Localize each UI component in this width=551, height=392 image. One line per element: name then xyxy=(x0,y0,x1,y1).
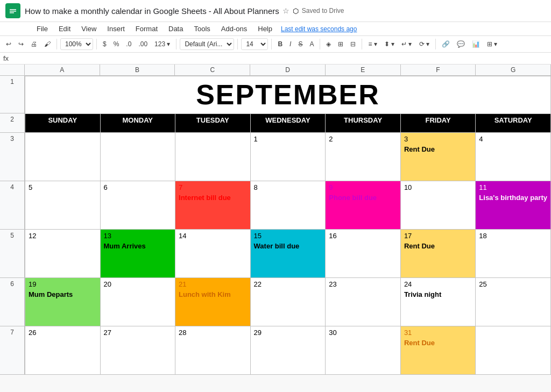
cell-blank-1[interactable] xyxy=(25,133,101,181)
paint-format-btn[interactable]: 🖌 xyxy=(41,39,53,49)
menu-file[interactable]: File xyxy=(32,23,52,34)
wrap-btn[interactable]: ↵ ▾ xyxy=(399,39,414,49)
menu-view[interactable]: View xyxy=(77,23,101,34)
row-num-1: 1 xyxy=(0,76,24,113)
valign-btn[interactable]: ⬍ ▾ xyxy=(382,39,397,49)
header-thursday: THURSDAY xyxy=(326,114,401,133)
fillcolor-btn[interactable]: ◈ xyxy=(323,39,334,49)
textcolor-btn[interactable]: A xyxy=(307,39,316,49)
cell-sept-10[interactable]: 10 xyxy=(400,181,475,230)
fontsize-select[interactable]: 14 xyxy=(241,38,268,50)
cell-sept-8[interactable]: 8 xyxy=(250,181,326,230)
menu-insert[interactable]: Insert xyxy=(103,23,129,34)
cell-sept-1[interactable]: 1 xyxy=(250,133,326,181)
col-header-a[interactable]: A xyxy=(25,65,100,75)
menu-tools[interactable]: Tools xyxy=(189,23,214,34)
row-num-2: 2 xyxy=(0,113,24,133)
cell-sept-29[interactable]: 29 xyxy=(250,326,326,375)
cell-sept-30[interactable]: 30 xyxy=(326,326,401,375)
cell-sept-17[interactable]: 17 Rent Due xyxy=(400,230,475,278)
col-header-e[interactable]: E xyxy=(326,65,401,75)
zoom-select[interactable]: 100% xyxy=(60,38,93,50)
cell-sept-12[interactable]: 12 xyxy=(25,230,101,278)
redo-btn[interactable]: ↪ xyxy=(16,39,26,49)
cell-sept-6[interactable]: 6 xyxy=(100,181,175,230)
format123-btn[interactable]: 123 ▾ xyxy=(152,39,173,49)
col-header-b[interactable]: B xyxy=(100,65,175,75)
toolbar: ↩ ↪ 🖨 🖌 100% $ % .0 .00 123 ▾ Default (A… xyxy=(0,36,551,53)
cell-sept-4[interactable]: 4 xyxy=(476,133,551,181)
col-header-d[interactable]: D xyxy=(250,65,326,75)
row-num-7: 7 xyxy=(0,326,24,375)
cell-sept-14[interactable]: 14 xyxy=(175,230,251,278)
cell-sept-15[interactable]: 15 Water bill due xyxy=(250,230,326,278)
cell-sept-5[interactable]: 5 xyxy=(25,181,101,230)
doc-title: How to make a monthly calendar in Google… xyxy=(25,6,279,16)
comment-btn[interactable]: 💬 xyxy=(454,39,468,49)
event-rent-due-3: Rent Due xyxy=(404,339,472,347)
print-btn[interactable]: 🖨 xyxy=(28,39,40,49)
row-num-5: 5 xyxy=(0,230,24,278)
font-select[interactable]: Default (Ari... xyxy=(180,38,234,50)
col-header-f[interactable]: F xyxy=(401,65,476,75)
menu-data[interactable]: Data xyxy=(164,23,187,34)
bold-btn[interactable]: B xyxy=(275,39,285,49)
event-lisa-birthday: Lisa's birthday party xyxy=(479,194,547,202)
day-26-num: 26 xyxy=(29,329,97,337)
cell-sept-9[interactable]: 9 Phone bill due xyxy=(326,181,401,230)
menu-format[interactable]: Format xyxy=(131,23,162,34)
last-edit-text[interactable]: Last edit was seconds ago xyxy=(281,25,357,33)
filter-btn[interactable]: ⊞ ▾ xyxy=(484,39,500,49)
cell-sept-16[interactable]: 16 xyxy=(326,230,401,278)
cell-sept-3[interactable]: 3 Rent Due xyxy=(400,133,475,181)
cell-sept-13[interactable]: 13 Mum Arrives xyxy=(100,230,175,278)
undo-btn[interactable]: ↩ xyxy=(3,39,14,49)
borders-btn[interactable]: ⊞ xyxy=(335,39,346,49)
cell-sept-28[interactable]: 28 xyxy=(175,326,251,375)
cell-sept-31[interactable]: 31 Rent Due xyxy=(400,326,475,375)
chart-btn[interactable]: 📊 xyxy=(469,39,483,49)
divider5 xyxy=(271,39,272,49)
rotate-btn[interactable]: ⟳ ▾ xyxy=(416,39,432,49)
day-2-num: 2 xyxy=(329,135,397,143)
cell-sept-20[interactable]: 20 xyxy=(100,278,175,326)
cell-sept-24[interactable]: 24 Trivia night xyxy=(400,278,475,326)
decimal00-btn[interactable]: .00 xyxy=(136,39,150,49)
col-header-c[interactable]: C xyxy=(175,65,250,75)
calendar-row-4: 19 Mum Departs 20 21 Lunch with Kim 22 2… xyxy=(25,278,551,326)
cell-blank-2[interactable] xyxy=(100,133,175,181)
menu-addons[interactable]: Add-ons xyxy=(217,23,251,34)
day-30-num: 30 xyxy=(329,329,397,337)
cell-sept-18[interactable]: 18 xyxy=(476,230,551,278)
cell-blank-3[interactable] xyxy=(175,133,251,181)
day-18-num: 18 xyxy=(479,232,547,240)
cell-sept-22[interactable]: 22 xyxy=(250,278,326,326)
strikethrough-btn[interactable]: S xyxy=(295,39,305,49)
cell-sept-2[interactable]: 2 xyxy=(326,133,401,181)
merge-btn[interactable]: ⊟ xyxy=(348,39,358,49)
italic-btn[interactable]: I xyxy=(287,39,294,49)
cell-sept-25[interactable]: 25 xyxy=(476,278,551,326)
menu-edit[interactable]: Edit xyxy=(54,23,75,34)
percent-btn[interactable]: % xyxy=(111,39,122,49)
day-4-num: 4 xyxy=(479,135,547,143)
calendar-row-2: 5 6 7 Internet bill due 8 9 Phone bill d… xyxy=(25,181,551,230)
svg-rect-1 xyxy=(10,9,16,10)
cell-sept-11[interactable]: 11 Lisa's birthday party xyxy=(476,181,551,230)
calendar-row-3: 12 13 Mum Arrives 14 15 Water bill due 1… xyxy=(25,230,551,278)
decimal0-btn[interactable]: .0 xyxy=(123,39,134,49)
cell-sept-26[interactable]: 26 xyxy=(25,326,101,375)
menu-help[interactable]: Help xyxy=(253,23,277,34)
cell-sept-7[interactable]: 7 Internet bill due xyxy=(175,181,251,230)
align-btn[interactable]: ≡ ▾ xyxy=(365,39,379,49)
star-icon[interactable]: ☆ xyxy=(282,6,289,15)
svg-rect-3 xyxy=(10,12,14,13)
currency-btn[interactable]: $ xyxy=(100,39,109,49)
cell-blank-end[interactable] xyxy=(476,326,551,375)
link-btn[interactable]: 🔗 xyxy=(439,39,453,49)
cell-sept-19[interactable]: 19 Mum Departs xyxy=(25,278,101,326)
cell-sept-27[interactable]: 27 xyxy=(100,326,175,375)
col-header-g[interactable]: G xyxy=(476,65,551,75)
cell-sept-21[interactable]: 21 Lunch with Kim xyxy=(175,278,251,326)
cell-sept-23[interactable]: 23 xyxy=(326,278,401,326)
